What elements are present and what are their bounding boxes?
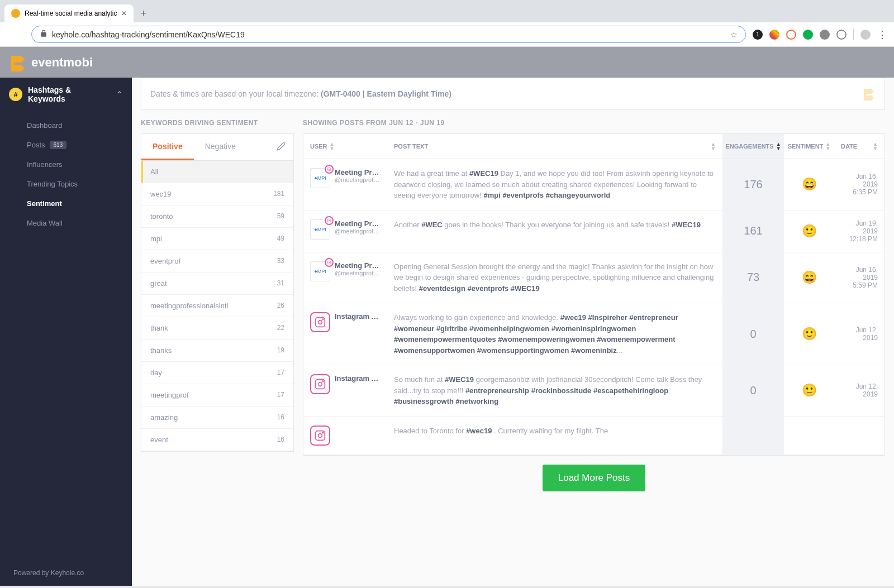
sort-icon: ▲▼ bbox=[825, 142, 830, 151]
post-row[interactable]: Instagram Acc...So much fun at #WEC19 ge… bbox=[303, 365, 885, 417]
keyword-label: eventprof bbox=[150, 257, 180, 265]
post-date: Jun 16, 20196:35 PM bbox=[834, 159, 885, 210]
nav-item-label: Influencers bbox=[27, 160, 63, 169]
nav-item-label: Sentiment bbox=[27, 199, 62, 208]
extension-icon[interactable] bbox=[836, 30, 847, 40]
sidebar-nav: DashboardPosts613InfluencersTrending Top… bbox=[0, 111, 132, 237]
menu-icon[interactable]: ⋮ bbox=[877, 28, 887, 41]
post-engagements: 161 bbox=[722, 211, 784, 252]
keyword-count: 16 bbox=[277, 436, 284, 444]
sidebar-item-influencers[interactable]: Influencers bbox=[0, 155, 132, 174]
keyword-label: wec19 bbox=[150, 190, 172, 198]
keyword-item[interactable]: thank22 bbox=[141, 317, 293, 340]
post-sentiment bbox=[784, 417, 834, 455]
nav-item-label: Media Wall bbox=[27, 219, 63, 227]
keyword-item[interactable]: thanks19 bbox=[141, 340, 293, 362]
brand-logo[interactable]: eventmobi bbox=[9, 54, 93, 71]
post-text: So much fun at #WEC19 georgemasonbiz wit… bbox=[387, 365, 722, 416]
extension-icon[interactable] bbox=[786, 30, 796, 40]
keyword-item[interactable]: mpi49 bbox=[141, 228, 293, 250]
post-user: ●MPIMeeting Profe...@meetingprofessio... bbox=[303, 211, 387, 252]
pencil-icon[interactable] bbox=[277, 142, 286, 153]
keyword-label: meetingprof bbox=[150, 391, 189, 399]
post-text: Another #WEC goes in the books! Thank yo… bbox=[387, 211, 722, 252]
th-sentiment[interactable]: SENTIMENT▲▼ bbox=[784, 134, 834, 159]
th-date[interactable]: DATE▲▼ bbox=[834, 134, 885, 159]
post-date: Jun 19, 201912:18 PM bbox=[834, 211, 885, 252]
keyword-count: 59 bbox=[277, 212, 284, 221]
lock-icon bbox=[40, 30, 47, 39]
keyword-label: All bbox=[150, 168, 158, 176]
keyword-item[interactable]: eventprof33 bbox=[141, 250, 293, 273]
sidebar-item-trending-topics[interactable]: Trending Topics bbox=[0, 174, 132, 194]
sidebar-item-posts[interactable]: Posts613 bbox=[0, 135, 132, 155]
keyword-item[interactable]: meetingprofessionalsintl26 bbox=[141, 295, 293, 317]
keyword-item[interactable]: wec19181 bbox=[141, 183, 293, 205]
svg-point-7 bbox=[318, 321, 322, 324]
sidebar-section-title: Hashtags & Keywords bbox=[28, 85, 110, 103]
post-sentiment: 🙂 bbox=[784, 303, 834, 365]
post-row[interactable]: ●MPIMeeting Profe...@meetingprofessio...… bbox=[303, 159, 885, 211]
sidebar-item-media-wall[interactable]: Media Wall bbox=[0, 213, 132, 233]
timezone-banner: Dates & times are based on your local ti… bbox=[141, 78, 885, 110]
keyword-item[interactable]: day17 bbox=[141, 362, 293, 384]
keyword-item[interactable]: amazing16 bbox=[141, 407, 293, 429]
sidebar-header[interactable]: # Hashtags & Keywords ⌃ bbox=[0, 78, 132, 111]
keyword-count: 19 bbox=[277, 346, 284, 355]
profile-icon[interactable] bbox=[860, 30, 871, 40]
load-more-button[interactable]: Load More Posts bbox=[543, 465, 646, 491]
sidebar-item-dashboard[interactable]: Dashboard bbox=[0, 116, 132, 135]
user-name: Meeting Profe... bbox=[335, 261, 381, 270]
nav-item-label: Trending Topics bbox=[27, 180, 78, 188]
extension-icon[interactable]: 1 bbox=[753, 30, 763, 40]
post-engagements: 0 bbox=[722, 365, 784, 416]
th-engagements[interactable]: ENGAGEMENTS▲▼ bbox=[722, 134, 784, 159]
tab-negative[interactable]: Negative bbox=[194, 134, 247, 160]
url-bar[interactable]: keyhole.co/hashtag-tracking/sentiment/Ka… bbox=[31, 26, 746, 43]
post-row[interactable]: ●MPIMeeting Profe...@meetingprofessio...… bbox=[303, 211, 885, 252]
keyword-item[interactable]: meetingprof17 bbox=[141, 384, 293, 407]
avatar: ●MPI bbox=[310, 219, 330, 240]
browser-chrome: Real-time social media analytic ✕ + keyh… bbox=[0, 0, 894, 47]
post-row[interactable]: ●MPIMeeting Profe...@meetingprofessio...… bbox=[303, 252, 885, 304]
badge: 613 bbox=[50, 141, 67, 149]
browser-tab[interactable]: Real-time social media analytic ✕ bbox=[4, 4, 134, 22]
brand-name: eventmobi bbox=[31, 55, 93, 70]
svg-point-14 bbox=[322, 432, 324, 433]
keyword-item[interactable]: event16 bbox=[141, 429, 293, 451]
extension-icon[interactable] bbox=[769, 30, 779, 40]
post-text: Always working to gain experience and kn… bbox=[387, 303, 722, 365]
post-row[interactable]: Headed to Toronto for #wec19 . Currently… bbox=[303, 417, 885, 455]
user-handle: @meetingprofessio... bbox=[335, 228, 381, 235]
th-user[interactable]: USER▲▼ bbox=[303, 134, 387, 159]
post-user: Instagram Acc... bbox=[303, 365, 387, 416]
avatar bbox=[310, 426, 330, 446]
new-tab-button[interactable]: + bbox=[140, 8, 146, 20]
chevron-up-icon: ⌃ bbox=[116, 89, 123, 100]
divider bbox=[853, 29, 854, 40]
keyword-item[interactable]: great31 bbox=[141, 273, 293, 295]
tab-positive[interactable]: Positive bbox=[141, 134, 194, 160]
star-icon[interactable]: ☆ bbox=[730, 30, 738, 39]
extension-icon[interactable] bbox=[803, 30, 813, 40]
sidebar-item-sentiment[interactable]: Sentiment bbox=[0, 194, 132, 213]
post-date bbox=[834, 417, 885, 455]
keyword-count: 26 bbox=[277, 302, 284, 310]
th-text[interactable]: POST TEXT▲▼ bbox=[387, 134, 722, 159]
nav-item-label: Dashboard bbox=[27, 121, 63, 130]
user-name: Instagram Acc... bbox=[335, 312, 381, 321]
svg-point-13 bbox=[318, 433, 322, 437]
user-name: Instagram Acc... bbox=[335, 374, 381, 383]
post-engagements: 73 bbox=[722, 252, 784, 303]
tz-value: (GMT-0400 | Eastern Daylight Time) bbox=[321, 89, 451, 98]
close-icon[interactable]: ✕ bbox=[121, 9, 127, 17]
keyword-item[interactable]: toronto59 bbox=[141, 205, 293, 228]
browser-tab-bar: Real-time social media analytic ✕ + bbox=[0, 0, 894, 22]
sidebar: # Hashtags & Keywords ⌃ ‹ DashboardPosts… bbox=[0, 78, 132, 586]
camera-icon[interactable] bbox=[820, 30, 830, 40]
post-row[interactable]: Instagram Acc...Always working to gain e… bbox=[303, 303, 885, 365]
user-handle: @meetingprofessio... bbox=[335, 176, 381, 183]
sidebar-footer: Powered by Keyhole.co bbox=[0, 560, 132, 586]
post-user bbox=[303, 417, 387, 455]
keyword-item[interactable]: All bbox=[141, 161, 293, 183]
